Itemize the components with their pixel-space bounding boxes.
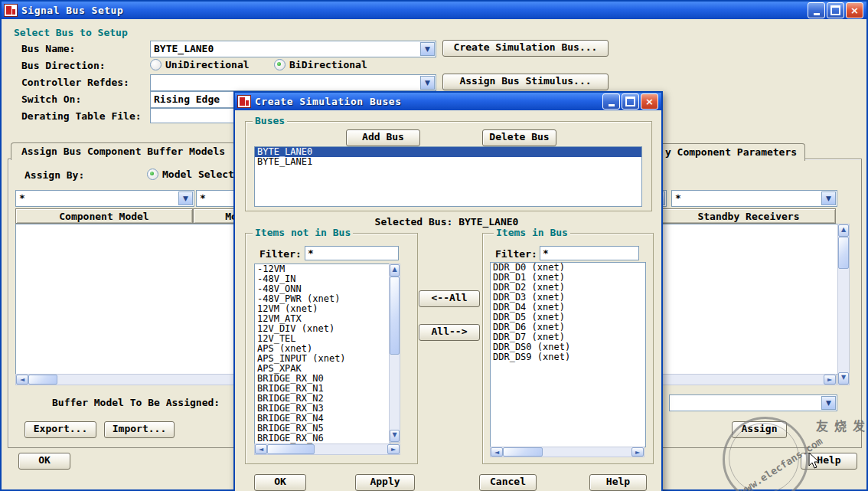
controller-refdes-label: Controller Refdes: — [21, 77, 129, 88]
radio-bidirectional[interactable]: BiDirectional — [274, 59, 367, 70]
scrollbar-thumb[interactable] — [28, 375, 57, 385]
combo-value: * — [200, 192, 206, 204]
bus-name-combo[interactable]: BYTE_LANE0 ▼ — [150, 41, 436, 57]
scroll-up-icon[interactable]: ▲ — [390, 264, 400, 277]
component-model-list[interactable] — [15, 224, 237, 375]
scroll-down-icon[interactable]: ▼ — [838, 372, 849, 385]
radio-model-select[interactable]: Model Select — [147, 169, 234, 180]
horizontal-scrollbar[interactable]: ► — [661, 374, 837, 385]
vertical-scrollbar[interactable]: ▲ ▼ — [837, 224, 850, 385]
horizontal-scrollbar[interactable]: ◄ ► — [254, 444, 400, 455]
switch-on-label: Switch On: — [21, 93, 81, 105]
controller-refdes-combo[interactable]: ▼ — [150, 74, 436, 91]
delete-bus-button[interactable]: Delete Bus — [482, 129, 556, 146]
combo-value: * — [675, 192, 681, 204]
assign-button[interactable]: Assign — [732, 421, 787, 438]
scrollbar-thumb[interactable] — [503, 447, 543, 457]
close-button[interactable]: × — [641, 93, 658, 110]
scroll-up-icon[interactable]: ▲ — [838, 224, 849, 237]
scrollbar-track[interactable] — [57, 375, 234, 385]
items-in-bus-list[interactable]: DDR_D0 (xnet)DDR_D1 (xnet)DDR_D2 (xnet)D… — [490, 262, 646, 447]
move-all-left-button[interactable]: <--All — [419, 290, 480, 307]
move-all-right-button[interactable]: All--> — [419, 324, 480, 341]
scrollbar-track[interactable] — [315, 444, 387, 454]
list-item[interactable]: BYTE_LANE0 — [255, 147, 641, 157]
minimize-button[interactable] — [808, 2, 825, 18]
assign-value-combo[interactable]: ▼ — [669, 394, 837, 411]
items-in-bus-label: Items in Bus — [494, 227, 570, 238]
dialog-apply-button[interactable]: Apply — [355, 474, 415, 491]
create-simulation-bus-button[interactable]: Create Simulation Bus... — [442, 40, 609, 57]
dialog-help-button[interactable]: Help — [589, 474, 647, 491]
titlebar[interactable]: Signal Bus Setup × — [2, 2, 866, 19]
items-not-in-bus-list[interactable]: -12VM-48V_IN-48V_ONN-48V_PWR (xnet)12VM … — [254, 264, 390, 444]
model-filter-combo-1[interactable]: * ▼ — [15, 190, 194, 207]
scroll-right-icon[interactable]: ► — [631, 447, 644, 457]
chevron-down-icon[interactable]: ▼ — [420, 42, 435, 56]
bus-list[interactable]: BYTE_LANE0BYTE_LANE1 — [254, 146, 642, 207]
tab-assign-buffer-models[interactable]: Assign Bus Component Buffer Models — [11, 142, 236, 160]
scroll-left-icon[interactable]: ◄ — [16, 375, 28, 385]
assign-bus-stimulus-button[interactable]: Assign Bus Stimulus... — [442, 74, 609, 90]
radio-label: BiDirectional — [289, 59, 367, 70]
window-controls: × — [808, 2, 864, 18]
scrollbar-thumb[interactable] — [390, 277, 400, 355]
column-header-component-model[interactable]: Component Model — [15, 208, 193, 224]
tab-component-parameters[interactable]: y Component Parameters — [657, 143, 805, 161]
export-button[interactable]: Export... — [24, 421, 96, 438]
dialog-cancel-button[interactable]: Cancel — [479, 474, 537, 491]
list-item[interactable]: BYTE_LANE1 — [255, 157, 641, 167]
bus-name-value: BYTE_LANE0 — [154, 43, 214, 54]
section-title: Select Bus to Setup — [14, 27, 128, 38]
chevron-down-icon[interactable]: ▼ — [821, 191, 836, 205]
add-bus-button[interactable]: Add Bus — [346, 129, 420, 146]
selected-bus-label: Selected Bus: BYTE_LANE0 — [237, 216, 657, 227]
dialog-window-controls: × — [602, 93, 659, 110]
items-not-in-bus-label: Items not in Bus — [253, 227, 353, 238]
maximize-button[interactable] — [827, 2, 844, 18]
scrollbar-track[interactable] — [543, 447, 631, 457]
filter-input-not-in-bus[interactable] — [305, 246, 399, 260]
dialog-ok-button[interactable]: OK — [254, 474, 306, 491]
scroll-left-icon[interactable]: ◄ — [491, 447, 503, 457]
minimize-icon — [609, 104, 615, 106]
create-simulation-buses-dialog: Create Simulation Buses × Buses Add Bus … — [233, 91, 663, 491]
scrollbar-track[interactable] — [390, 355, 400, 430]
scrollbar-track[interactable] — [662, 375, 824, 385]
scroll-right-icon[interactable]: ► — [824, 375, 836, 385]
scrollbar-track[interactable] — [838, 269, 849, 372]
buffer-model-label: Buffer Model To Be Assigned: — [52, 397, 220, 408]
chevron-down-icon[interactable]: ▼ — [821, 396, 836, 410]
filter-label: Filter: — [259, 248, 302, 260]
close-button[interactable]: × — [846, 2, 863, 18]
chevron-down-icon[interactable]: ▼ — [420, 76, 435, 90]
column-header-standby-receivers[interactable]: Standby Receivers — [661, 208, 836, 224]
chevron-down-icon[interactable]: ▼ — [178, 191, 193, 205]
scrollbar-thumb[interactable] — [838, 237, 849, 269]
app-icon — [4, 4, 18, 17]
scroll-right-icon[interactable]: ► — [387, 444, 400, 454]
maximize-button[interactable] — [622, 93, 639, 110]
mouse-cursor — [808, 452, 822, 470]
dialog-titlebar[interactable]: Create Simulation Buses × — [235, 93, 661, 110]
standby-receivers-list[interactable] — [661, 224, 839, 375]
radio-label: Model Select — [162, 169, 234, 180]
ok-button[interactable]: OK — [18, 453, 70, 470]
list-item[interactable]: DDR_DS9 (xnet) — [491, 352, 645, 362]
scroll-left-icon[interactable]: ◄ — [255, 444, 267, 454]
vertical-scrollbar[interactable]: ▲ ▼ — [389, 264, 400, 443]
horizontal-scrollbar[interactable]: ◄ ► — [490, 447, 644, 457]
list-item[interactable]: BRIDGE_RX_N6 — [255, 434, 390, 444]
radio-unidirectional[interactable]: UniDirectional — [150, 59, 250, 70]
maximize-icon — [625, 97, 635, 106]
radio-icon — [274, 59, 286, 70]
minimize-icon — [814, 13, 820, 15]
import-button[interactable]: Import... — [104, 421, 175, 438]
screen: Signal Bus Setup × Select Bus to Setup B… — [0, 0, 868, 491]
filter-input-in-bus[interactable] — [540, 246, 639, 260]
scrollbar-thumb[interactable] — [267, 444, 315, 454]
horizontal-scrollbar[interactable]: ◄ — [15, 374, 235, 385]
scroll-down-icon[interactable]: ▼ — [390, 430, 400, 442]
minimize-button[interactable] — [602, 93, 620, 110]
standby-filter-combo[interactable]: * ▼ — [671, 190, 837, 207]
